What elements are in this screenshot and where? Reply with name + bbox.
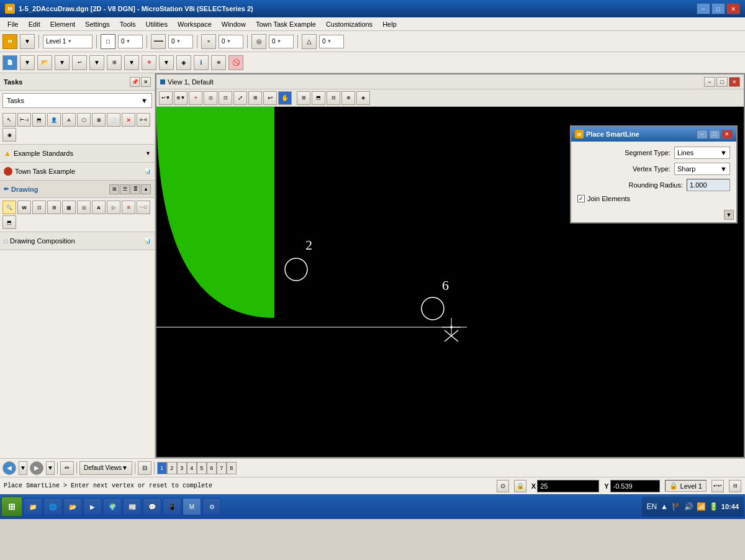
open-arrow[interactable]: ▼ xyxy=(55,55,70,70)
tray-network[interactable]: 📶 xyxy=(697,502,707,512)
vp-3d-btn[interactable]: ⊞ xyxy=(248,91,262,105)
layer-arrow[interactable]: ▼ xyxy=(124,55,139,70)
taskbar-item-ie[interactable]: 🌐 xyxy=(43,498,62,515)
draw-text2-tool[interactable]: A xyxy=(92,201,106,214)
draw-align-tool[interactable]: ⋯□ xyxy=(137,201,150,214)
drawing-list-view[interactable]: ☰ xyxy=(120,184,130,194)
default-views-btn[interactable]: Default Views ▼ xyxy=(79,461,132,475)
status-btn1[interactable]: ↩↩ xyxy=(711,480,724,492)
tasks-close-button[interactable]: ✕ xyxy=(141,77,151,87)
linestyle-icon[interactable]: ━━━ xyxy=(151,34,166,49)
toolbar2-arrow[interactable]: ▼ xyxy=(20,55,35,70)
stop-btn[interactable]: 🚫 xyxy=(228,55,243,70)
taskbar-item-phone[interactable]: 📱 xyxy=(163,498,181,515)
layer-btn[interactable]: ⊞ xyxy=(107,55,122,70)
draw-point-tool[interactable]: ⊡ xyxy=(32,201,46,214)
vp-hand-btn[interactable]: ✋ xyxy=(278,91,292,105)
vp-rotate-btn[interactable]: ↩▼ xyxy=(159,91,173,105)
taskbar-item-settings[interactable]: ⚙ xyxy=(202,498,221,515)
draw-more-tool[interactable]: ▷ xyxy=(107,201,120,214)
forward-btn[interactable]: ▶ xyxy=(30,461,43,475)
view-4-btn[interactable]: 4 xyxy=(187,462,197,474)
menu-workspace[interactable]: Workspace xyxy=(173,19,217,29)
maximize-button[interactable]: □ xyxy=(711,3,725,14)
example-standards-header[interactable]: ▲ Example Standards ▼ xyxy=(0,145,155,162)
close-button[interactable]: ✕ xyxy=(726,3,740,14)
place-text-tool[interactable]: A xyxy=(62,113,76,127)
drawing-grid-view[interactable]: ⊞ xyxy=(109,184,119,194)
menu-customizations[interactable]: Customizations xyxy=(321,19,377,29)
menu-window[interactable]: Window xyxy=(217,19,251,29)
taskbar-item-browser[interactable]: 🌍 xyxy=(103,498,122,515)
snap-btn[interactable]: ✚ xyxy=(142,55,156,70)
tasks-pin-button[interactable]: 📌 xyxy=(130,77,140,87)
smartline-close-btn[interactable]: ✕ xyxy=(721,130,733,139)
weight-dropdown[interactable]: 0 ▼ xyxy=(219,35,243,48)
view-6-btn[interactable]: 6 xyxy=(207,462,217,474)
vp-toggle-btn[interactable]: ⊟ xyxy=(327,91,340,105)
area-dropdown[interactable]: 0 ▼ xyxy=(319,35,344,48)
viewport-max-btn[interactable]: □ xyxy=(716,77,728,87)
view-8-btn[interactable]: 8 xyxy=(227,462,237,474)
draw-icon[interactable]: ✏ xyxy=(60,461,74,475)
view-layout-btn[interactable]: ⊟ xyxy=(138,461,151,475)
snap-arrow[interactable]: ▼ xyxy=(159,55,174,70)
rounding-radius-input[interactable] xyxy=(687,179,730,191)
open-btn[interactable]: 📂 xyxy=(37,55,52,70)
segment-type-select[interactable]: Lines ▼ xyxy=(674,147,730,159)
menu-file[interactable]: File xyxy=(2,19,24,29)
status-btn2[interactable]: ⊟ xyxy=(729,480,741,492)
vp-zoom-in-btn[interactable]: ⊕▼ xyxy=(174,91,187,105)
select-tool[interactable]: ↖ xyxy=(2,113,16,127)
undo-btn[interactable]: ↩ xyxy=(72,55,87,70)
menu-element[interactable]: Element xyxy=(45,19,80,29)
info-btn[interactable]: ℹ xyxy=(194,55,209,70)
smartline-max-btn[interactable]: □ xyxy=(709,130,720,139)
vp-copy-btn[interactable]: ⊞ xyxy=(297,91,310,105)
transparency-dropdown[interactable]: 0 ▼ xyxy=(269,35,294,48)
taskbar-item-explorer[interactable]: 📁 xyxy=(24,498,42,515)
color-dropdown[interactable]: 0 ▼ xyxy=(118,35,143,48)
dialog-expand-btn[interactable]: ▼ xyxy=(724,210,734,220)
weight-icon[interactable]: ≡ xyxy=(201,34,216,49)
back-arrow[interactable]: ▼ xyxy=(19,461,27,475)
group-tool[interactable]: 👤 xyxy=(47,113,61,127)
vertex-type-select[interactable]: Sharp ▼ xyxy=(674,163,730,175)
draw-snap-tool[interactable]: ✻ xyxy=(122,201,135,214)
taskbar-item-media[interactable]: ▶ xyxy=(83,498,102,515)
tasks-dropdown[interactable]: Tasks ▼ xyxy=(2,93,152,108)
x-value[interactable]: 25 xyxy=(537,480,599,492)
vp-pan-btn[interactable]: ⤢ xyxy=(233,91,247,105)
draw-zoom-tool[interactable]: 🔍 xyxy=(2,201,16,214)
undo-arrow[interactable]: ▼ xyxy=(89,55,104,70)
area-icon[interactable]: △ xyxy=(302,34,317,49)
drawing-section-header[interactable]: ✏ Drawing ⊞ ☰ ≣ ▲ xyxy=(0,181,155,198)
menu-settings[interactable]: Settings xyxy=(80,19,115,29)
menu-edit[interactable]: Edit xyxy=(24,19,45,29)
tray-arrow[interactable]: ▲ xyxy=(659,502,669,512)
taskbar-item-app[interactable]: M xyxy=(183,498,201,515)
town-task-header[interactable]: Town Task Example 📊 xyxy=(0,163,155,180)
taskbar-item-chat[interactable]: 💬 xyxy=(143,498,161,515)
vp-cam-btn[interactable]: ⊕ xyxy=(341,91,355,105)
drawing-detail-view[interactable]: ≣ xyxy=(130,184,140,194)
menu-tools[interactable]: Tools xyxy=(115,19,141,29)
drawing-collapse[interactable]: ▲ xyxy=(141,184,151,194)
viewport-min-btn[interactable]: − xyxy=(704,77,715,87)
viewport-close-btn[interactable]: ✕ xyxy=(729,77,740,87)
place-cell-tool[interactable]: ⬡ xyxy=(77,113,91,127)
app-logo-btn[interactable]: M xyxy=(2,34,17,49)
view-5-btn[interactable]: 5 xyxy=(197,462,207,474)
place-line-tool[interactable]: ⊢⊣ xyxy=(17,113,31,127)
vp-zoom-fit-btn[interactable]: ◎ xyxy=(204,91,217,105)
join-elements-checkbox[interactable]: ✓ xyxy=(577,195,585,202)
place-shape-tool[interactable]: ⬒ xyxy=(32,113,46,127)
draw-node-tool[interactable]: ◎ xyxy=(77,201,91,214)
tray-battery[interactable]: 🔋 xyxy=(709,502,719,512)
render-btn[interactable]: ◈ xyxy=(176,55,191,70)
smartline-min-btn[interactable]: − xyxy=(697,130,708,139)
level-dropdown[interactable]: Level 1 ▼ xyxy=(43,35,93,48)
view-7-btn[interactable]: 7 xyxy=(217,462,227,474)
transparency-icon[interactable]: ◎ xyxy=(251,34,266,49)
accu-btn[interactable]: ⊕ xyxy=(211,55,226,70)
